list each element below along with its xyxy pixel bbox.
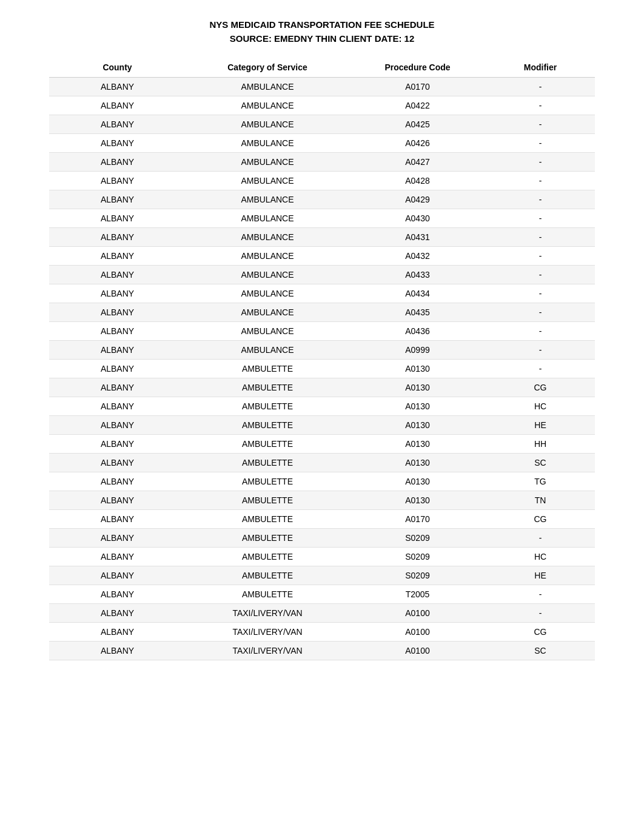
- cell-category: AMBULANCE: [186, 172, 349, 190]
- cell-procedure: A0434: [349, 284, 486, 303]
- cell-procedure: A0435: [349, 303, 486, 322]
- cell-county: ALBANY: [49, 472, 186, 491]
- cell-category: AMBULETTE: [186, 435, 349, 454]
- table-row: ALBANYAMBULANCEA0170-: [49, 78, 595, 96]
- cell-procedure: A0422: [349, 96, 486, 115]
- column-header-county: County: [49, 58, 186, 78]
- table-row: ALBANYAMBULANCEA0428-: [49, 172, 595, 190]
- cell-modifier: CG: [486, 510, 595, 529]
- cell-modifier: SC: [486, 454, 595, 472]
- cell-procedure: A0427: [349, 153, 486, 172]
- cell-procedure: A0130: [349, 454, 486, 472]
- cell-procedure: A0999: [349, 341, 486, 360]
- cell-modifier: -: [486, 153, 595, 172]
- table-row: ALBANYAMBULANCEA0999-: [49, 341, 595, 360]
- cell-county: ALBANY: [49, 604, 186, 623]
- table-row: ALBANYAMBULETTES0209-: [49, 529, 595, 548]
- header-line2: SOURCE: EMEDNY THIN CLIENT DATE: 12: [12, 32, 632, 46]
- cell-procedure: A0433: [349, 266, 486, 284]
- cell-category: AMBULANCE: [186, 190, 349, 209]
- page-header: NYS MEDICAID TRANSPORTATION FEE SCHEDULE…: [12, 18, 632, 45]
- cell-county: ALBANY: [49, 266, 186, 284]
- cell-modifier: -: [486, 190, 595, 209]
- cell-category: TAXI/LIVERY/VAN: [186, 623, 349, 642]
- cell-category: AMBULANCE: [186, 303, 349, 322]
- cell-county: ALBANY: [49, 435, 186, 454]
- cell-county: ALBANY: [49, 303, 186, 322]
- table-row: ALBANYAMBULANCEA0427-: [49, 153, 595, 172]
- cell-procedure: A0170: [349, 78, 486, 96]
- table-row: ALBANYAMBULANCEA0432-: [49, 247, 595, 266]
- table-container: County Category of Service Procedure Cod…: [49, 58, 595, 660]
- cell-category: AMBULETTE: [186, 529, 349, 548]
- cell-county: ALBANY: [49, 190, 186, 209]
- cell-category: AMBULETTE: [186, 472, 349, 491]
- cell-modifier: -: [486, 115, 595, 134]
- cell-category: AMBULANCE: [186, 209, 349, 228]
- cell-county: ALBANY: [49, 284, 186, 303]
- cell-category: AMBULANCE: [186, 284, 349, 303]
- cell-modifier: -: [486, 322, 595, 341]
- cell-procedure: A0431: [349, 228, 486, 247]
- cell-modifier: -: [486, 266, 595, 284]
- cell-county: ALBANY: [49, 642, 186, 660]
- cell-procedure: A0429: [349, 190, 486, 209]
- cell-modifier: CG: [486, 378, 595, 397]
- table-row: ALBANYAMBULETTEA0130TG: [49, 472, 595, 491]
- cell-modifier: -: [486, 228, 595, 247]
- cell-category: AMBULANCE: [186, 266, 349, 284]
- table-row: ALBANYAMBULANCEA0429-: [49, 190, 595, 209]
- cell-category: AMBULANCE: [186, 134, 349, 153]
- cell-procedure: A0425: [349, 115, 486, 134]
- cell-county: ALBANY: [49, 153, 186, 172]
- table-row: ALBANYAMBULANCEA0433-: [49, 266, 595, 284]
- cell-county: ALBANY: [49, 228, 186, 247]
- cell-category: AMBULANCE: [186, 96, 349, 115]
- cell-procedure: A0170: [349, 510, 486, 529]
- cell-modifier: CG: [486, 623, 595, 642]
- cell-county: ALBANY: [49, 454, 186, 472]
- table-row: ALBANYAMBULANCEA0425-: [49, 115, 595, 134]
- cell-procedure: A0100: [349, 623, 486, 642]
- cell-procedure: A0130: [349, 491, 486, 510]
- cell-procedure: A0100: [349, 604, 486, 623]
- cell-modifier: -: [486, 247, 595, 266]
- cell-modifier: -: [486, 303, 595, 322]
- table-row: ALBANYAMBULANCEA0430-: [49, 209, 595, 228]
- cell-procedure: A0100: [349, 642, 486, 660]
- cell-category: AMBULANCE: [186, 78, 349, 96]
- cell-procedure: A0430: [349, 209, 486, 228]
- cell-modifier: -: [486, 134, 595, 153]
- cell-county: ALBANY: [49, 247, 186, 266]
- cell-county: ALBANY: [49, 341, 186, 360]
- table-row: ALBANYAMBULANCEA0436-: [49, 322, 595, 341]
- cell-category: AMBULANCE: [186, 322, 349, 341]
- cell-modifier: -: [486, 529, 595, 548]
- cell-category: AMBULANCE: [186, 341, 349, 360]
- cell-county: ALBANY: [49, 322, 186, 341]
- cell-procedure: T2005: [349, 585, 486, 604]
- table-row: ALBANYAMBULETTEA0130HE: [49, 416, 595, 435]
- cell-procedure: A0130: [349, 472, 486, 491]
- table-row: ALBANYAMBULANCEA0422-: [49, 96, 595, 115]
- table-header-row: County Category of Service Procedure Cod…: [49, 58, 595, 78]
- cell-county: ALBANY: [49, 397, 186, 416]
- cell-modifier: -: [486, 96, 595, 115]
- cell-category: AMBULETTE: [186, 360, 349, 378]
- cell-modifier: -: [486, 604, 595, 623]
- cell-procedure: A0426: [349, 134, 486, 153]
- cell-county: ALBANY: [49, 566, 186, 585]
- cell-county: ALBANY: [49, 548, 186, 566]
- table-row: ALBANYAMBULETTEA0130HH: [49, 435, 595, 454]
- cell-procedure: A0130: [349, 416, 486, 435]
- cell-procedure: S0209: [349, 548, 486, 566]
- cell-county: ALBANY: [49, 96, 186, 115]
- cell-county: ALBANY: [49, 623, 186, 642]
- cell-modifier: HC: [486, 548, 595, 566]
- cell-procedure: A0130: [349, 397, 486, 416]
- cell-category: AMBULETTE: [186, 548, 349, 566]
- table-row: ALBANYAMBULETTEA0130SC: [49, 454, 595, 472]
- cell-modifier: -: [486, 78, 595, 96]
- cell-modifier: -: [486, 341, 595, 360]
- table-row: ALBANYTAXI/LIVERY/VANA0100SC: [49, 642, 595, 660]
